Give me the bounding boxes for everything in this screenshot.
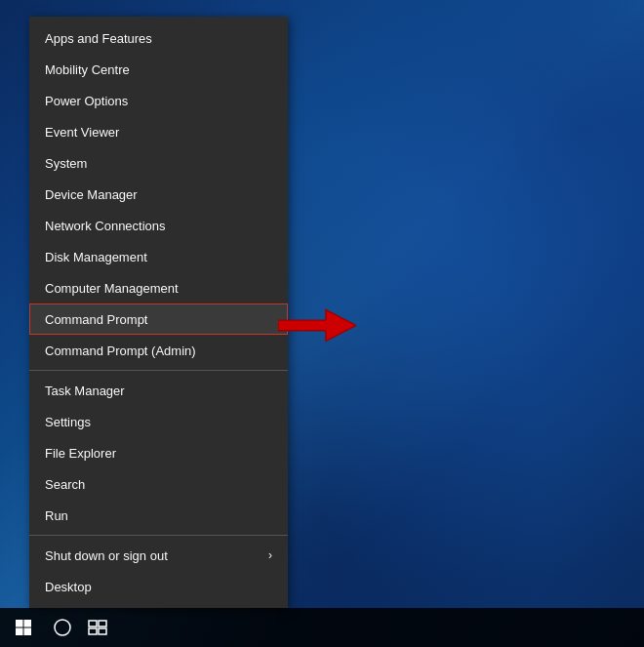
menu-item-shut-down-sign-out[interactable]: Shut down or sign out› bbox=[29, 540, 288, 571]
menu-item-label-mobility-centre: Mobility Centre bbox=[45, 62, 130, 77]
menu-item-label-network-connections: Network Connections bbox=[45, 219, 166, 233]
menu-item-label-shut-down-sign-out: Shut down or sign out bbox=[45, 548, 168, 563]
menu-item-command-prompt-admin[interactable]: Command Prompt (Admin) bbox=[29, 335, 288, 366]
menu-item-label-settings: Settings bbox=[45, 415, 91, 429]
menu-item-label-system: System bbox=[45, 156, 87, 171]
menu-item-file-explorer[interactable]: File Explorer bbox=[29, 437, 288, 468]
menu-item-run[interactable]: Run bbox=[29, 500, 288, 531]
menu-item-label-command-prompt-admin: Command Prompt (Admin) bbox=[45, 344, 196, 358]
menu-item-label-run: Run bbox=[45, 508, 68, 523]
menu-separator bbox=[29, 535, 288, 536]
cortana-button[interactable] bbox=[47, 608, 78, 647]
menu-item-search[interactable]: Search bbox=[29, 468, 288, 500]
svg-rect-1 bbox=[16, 620, 23, 627]
menu-item-network-connections[interactable]: Network Connections bbox=[29, 210, 288, 241]
menu-item-settings[interactable]: Settings bbox=[29, 406, 288, 437]
menu-item-label-apps-features: Apps and Features bbox=[45, 31, 152, 46]
menu-item-label-search: Search bbox=[45, 477, 85, 492]
menu-item-command-prompt[interactable]: Command Prompt bbox=[29, 303, 288, 335]
menu-item-mobility-centre[interactable]: Mobility Centre bbox=[29, 54, 288, 85]
submenu-arrow-icon: › bbox=[268, 548, 272, 562]
svg-rect-8 bbox=[89, 628, 97, 634]
menu-item-label-device-manager: Device Manager bbox=[45, 187, 138, 202]
menu-separator bbox=[29, 370, 288, 371]
svg-rect-9 bbox=[99, 628, 106, 634]
menu-item-event-viewer[interactable]: Event Viewer bbox=[29, 116, 288, 147]
menu-item-label-computer-management: Computer Management bbox=[45, 281, 179, 296]
menu-item-label-task-manager: Task Manager bbox=[45, 384, 125, 398]
start-button[interactable] bbox=[0, 608, 47, 647]
svg-rect-6 bbox=[89, 621, 97, 627]
svg-rect-7 bbox=[99, 621, 106, 627]
menu-item-label-desktop: Desktop bbox=[45, 580, 92, 594]
menu-item-disk-management[interactable]: Disk Management bbox=[29, 241, 288, 272]
menu-item-computer-management[interactable]: Computer Management bbox=[29, 272, 288, 303]
menu-item-label-power-options: Power Options bbox=[45, 94, 128, 108]
svg-rect-2 bbox=[24, 620, 32, 627]
menu-item-apps-features[interactable]: Apps and Features bbox=[29, 22, 288, 54]
menu-item-label-file-explorer: File Explorer bbox=[45, 446, 116, 461]
svg-rect-4 bbox=[24, 628, 32, 636]
menu-item-label-event-viewer: Event Viewer bbox=[45, 125, 119, 140]
task-view-button[interactable] bbox=[78, 608, 117, 647]
svg-point-5 bbox=[55, 620, 70, 635]
menu-item-task-manager[interactable]: Task Manager bbox=[29, 375, 288, 406]
menu-item-label-command-prompt: Command Prompt bbox=[45, 312, 147, 327]
menu-item-label-disk-management: Disk Management bbox=[45, 250, 147, 264]
menu-item-desktop[interactable]: Desktop bbox=[29, 571, 288, 602]
taskbar bbox=[0, 608, 644, 647]
svg-rect-3 bbox=[16, 628, 23, 636]
context-menu: Apps and FeaturesMobility CentrePower Op… bbox=[29, 17, 288, 608]
menu-item-system[interactable]: System bbox=[29, 147, 288, 179]
menu-item-device-manager[interactable]: Device Manager bbox=[29, 179, 288, 210]
menu-item-power-options[interactable]: Power Options bbox=[29, 85, 288, 116]
